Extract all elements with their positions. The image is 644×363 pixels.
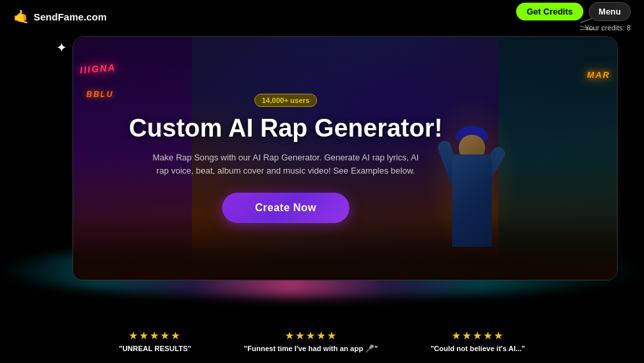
hero-content: 14,000+ users Custom AI Rap Generator! M… <box>73 37 617 280</box>
credits-display: Your credits: 8 <box>585 24 631 32</box>
header: 🤙 SendFame.com Get Credits Menu Your cre… <box>0 0 644 33</box>
get-credits-button[interactable]: Get Credits <box>516 3 583 20</box>
logo-icon: 🤙 <box>13 9 30 24</box>
logo-text: SendFame.com <box>34 11 107 22</box>
users-badge: 14,000+ users <box>254 94 316 107</box>
header-buttons: Get Credits Menu <box>516 2 631 21</box>
logo: 🤙 SendFame.com <box>13 9 107 24</box>
testimonial-stars-1: ★★★★★ <box>129 329 181 342</box>
testimonials-section: ★★★★★"UNREAL RESULTS"★★★★★"Funnest time … <box>0 329 644 353</box>
create-now-button[interactable]: Create Now <box>222 193 349 223</box>
menu-button[interactable]: Menu <box>589 2 631 21</box>
testimonial-3: ★★★★★"Could not believe it's AI..." <box>430 329 525 353</box>
sparkle-icon: ✦ <box>56 40 67 55</box>
testimonial-stars-2: ★★★★★ <box>285 329 337 342</box>
hero-card: IIIGNA BBLU MAR 14,000+ users Custom AI … <box>73 36 618 280</box>
hero-title: Custom AI Rap Generator! <box>129 115 443 143</box>
header-right: Get Credits Menu Your credits: 8 <box>516 2 631 32</box>
testimonial-text-2: "Funnest time I've had with an app 🎤" <box>244 345 378 353</box>
hero-description: Make Rap Songs with our AI Rap Generator… <box>148 151 424 177</box>
testimonial-text-3: "Could not believe it's AI..." <box>430 345 525 352</box>
testimonial-2: ★★★★★"Funnest time I've had with an app … <box>244 329 378 353</box>
testimonial-stars-3: ★★★★★ <box>452 329 504 342</box>
testimonial-text-1: "UNREAL RESULTS" <box>119 345 191 352</box>
testimonial-1: ★★★★★"UNREAL RESULTS" <box>119 329 191 353</box>
